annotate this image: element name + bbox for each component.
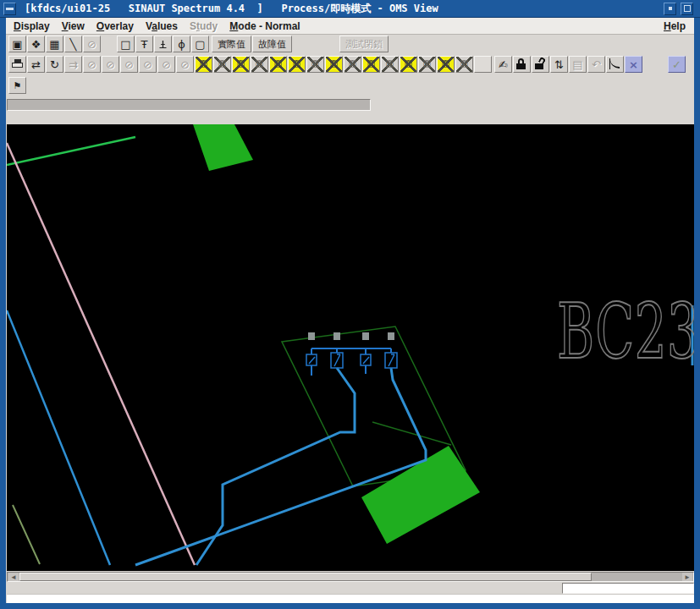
crossed-char-icon: 図 xyxy=(256,60,264,69)
frame-select-button[interactable]: □ xyxy=(117,36,135,52)
map-viewport[interactable]: BC23 xyxy=(7,124,694,571)
menu-overlay[interactable]: Overlay xyxy=(96,20,134,32)
scroll-left-arrow[interactable]: ◄ xyxy=(8,573,19,581)
overlay-toggle-10[interactable]: 図 xyxy=(362,56,380,73)
pan-button[interactable]: ❖ xyxy=(27,36,45,52)
lock-icon xyxy=(516,58,527,70)
menu-study[interactable]: Study xyxy=(190,20,218,32)
overlay-toggle-15[interactable]: 図 xyxy=(455,56,473,73)
unlock-icon xyxy=(535,58,546,70)
overlay-toggle-9[interactable]: 図 xyxy=(344,56,361,73)
pick-tool-button[interactable]: ⚑ xyxy=(8,77,26,94)
node-button[interactable]: ϕ xyxy=(173,36,190,52)
crossed-char-icon: 図 xyxy=(218,60,227,69)
substation-watermark: BC23 xyxy=(557,287,694,376)
flag-pick-icon: ⚑ xyxy=(14,81,22,91)
overlay-toggle-7[interactable]: 図 xyxy=(306,56,324,73)
window-title: [kfdcs/ui01-25 SINAUT Spectrum 4.4 ] Pro… xyxy=(25,2,438,16)
fault-values-button[interactable]: 故障值 xyxy=(252,36,292,52)
actual-values-button[interactable]: 實際值 xyxy=(212,36,251,52)
align-top-button[interactable]: Ŧ xyxy=(135,36,153,52)
no-entry-icon: ⊘ xyxy=(180,59,190,70)
disabled-tool-4[interactable]: ⊘ xyxy=(139,56,157,73)
crossed-char-icon: 図 xyxy=(274,60,283,69)
swap-button[interactable]: ⇄ xyxy=(27,56,45,73)
crossed-char-icon: 図 xyxy=(200,60,208,69)
overlay-toggle-2[interactable]: 図 xyxy=(213,56,231,73)
message-bar xyxy=(7,594,694,603)
land-parcel-bottom xyxy=(361,446,480,544)
test-lock-button[interactable]: 測試閉鎖 xyxy=(339,36,389,52)
disabled-tool-2[interactable]: ⊘ xyxy=(102,56,119,73)
blank-button[interactable] xyxy=(474,56,492,73)
menu-view[interactable]: View xyxy=(62,20,85,32)
align-bottom-button[interactable]: Ŧ xyxy=(154,36,172,52)
overview-grid-button[interactable]: ▦ xyxy=(46,36,63,52)
menu-help[interactable]: Help xyxy=(664,20,686,32)
overlay-toggle-1[interactable]: 図 xyxy=(195,56,212,73)
menu-display[interactable]: Display xyxy=(14,20,50,32)
overlay-close-button[interactable]: × xyxy=(625,56,642,73)
menu-values[interactable]: Values xyxy=(146,20,178,32)
ibeam-bottom-icon: Ŧ xyxy=(160,39,167,50)
shape-button[interactable]: ▢ xyxy=(191,36,209,52)
unlock-button[interactable] xyxy=(532,56,549,73)
horizontal-scrollbar[interactable]: ◄ ► xyxy=(7,572,694,582)
disabled-tool-6[interactable]: ⊘ xyxy=(176,56,194,73)
lock-button[interactable] xyxy=(513,56,531,73)
menu-mode[interactable]: Mode - Normal xyxy=(229,20,300,32)
overlay-toggle-8[interactable]: 図 xyxy=(325,56,343,73)
dash-icon xyxy=(6,8,14,10)
overlay-toggle-13[interactable]: 図 xyxy=(418,56,436,73)
overlay-toggle-4[interactable]: 図 xyxy=(251,56,268,73)
disabled-tool-1[interactable]: ⊘ xyxy=(83,56,101,73)
fit-vertical-button[interactable]: ⇅ xyxy=(550,56,568,73)
no-entry-icon: ⊘ xyxy=(87,39,96,50)
map-canvas[interactable]: BC23 xyxy=(7,124,694,571)
confirm-button[interactable]: ✓ xyxy=(668,56,686,73)
overlay-toggle-3[interactable]: 図 xyxy=(232,56,250,73)
disabled-tool-5[interactable]: ⊘ xyxy=(157,56,175,73)
undo-button[interactable]: ↶ xyxy=(587,56,605,73)
toolbar-overlays: ⇄↻⇉⊘⊘⊘⊘⊘⊘図図図図図図図図図図図図図図図✍⇅▤↶×✓ xyxy=(6,55,694,75)
no-entry-icon: ⊘ xyxy=(143,59,152,70)
pages-button[interactable]: ▤ xyxy=(569,56,587,73)
curve-button[interactable] xyxy=(606,56,624,73)
no-entry-icon: ⊘ xyxy=(124,59,134,70)
overlay-toggle-12[interactable]: 図 xyxy=(400,56,417,73)
printer-icon xyxy=(12,59,24,70)
maximize-button[interactable] xyxy=(681,3,693,15)
feeder-line-green xyxy=(7,137,135,165)
crossed-char-icon: 図 xyxy=(237,60,245,69)
overlay-toggle-14[interactable]: 図 xyxy=(437,56,455,73)
title-bar: [kfdcs/ui01-25 SINAUT Spectrum 4.4 ] Pro… xyxy=(0,0,700,18)
disabled-circle-button[interactable]: ⊘ xyxy=(83,36,101,52)
hand-edit-button[interactable]: ✍ xyxy=(494,56,512,73)
no-entry-icon: ⊘ xyxy=(106,59,115,70)
window-menu-button[interactable] xyxy=(3,3,16,15)
overlay-toggle-6[interactable]: 図 xyxy=(288,56,306,73)
disabled-tool-3[interactable]: ⊘ xyxy=(120,56,138,73)
overlay-toggle-5[interactable]: 図 xyxy=(269,56,287,73)
menu-bar: DisplayViewOverlayValuesStudyMode - Norm… xyxy=(6,18,694,35)
land-parcel-top xyxy=(193,124,253,171)
forward-button[interactable]: ⇉ xyxy=(64,56,82,73)
swap-arrows-icon: ⇄ xyxy=(31,59,41,70)
diagonal-line-icon: ╲ xyxy=(70,39,77,50)
minimize-button[interactable] xyxy=(664,3,676,15)
crossed-char-icon: 図 xyxy=(386,60,394,69)
overlay-toggle-11[interactable]: 図 xyxy=(381,56,399,73)
scrollbar-thumb[interactable] xyxy=(19,573,592,581)
feeder-line-pink xyxy=(7,143,195,565)
feeder-path-b xyxy=(135,368,426,565)
minimize-icon xyxy=(669,7,672,10)
no-entry-icon: ⊘ xyxy=(162,59,171,70)
coordinate-field[interactable] xyxy=(562,583,694,594)
ibeam-top-icon: Ŧ xyxy=(141,39,148,50)
rotate-button[interactable]: ↻ xyxy=(46,56,63,73)
scroll-right-arrow[interactable]: ► xyxy=(682,573,692,581)
line-tool-button[interactable]: ╲ xyxy=(64,36,82,52)
zoom-box-button[interactable]: ▣ xyxy=(8,36,26,52)
rotate-icon: ↻ xyxy=(50,59,59,70)
print-button[interactable] xyxy=(8,56,26,73)
